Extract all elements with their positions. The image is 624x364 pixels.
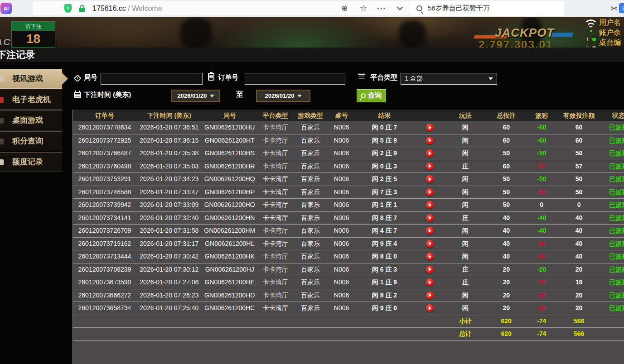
query-button[interactable]: 查询	[357, 89, 386, 102]
round-input[interactable]	[101, 73, 203, 85]
cell-platform: 卡卡湾厅	[257, 225, 294, 237]
table-row: 260120073708239 2026-01-20 07:30:12 GN00…	[73, 263, 624, 277]
cell-round-no: GN006261200HR	[202, 160, 257, 173]
table-row: 260120073746588 2026-01-20 07:33:47 GN00…	[73, 186, 624, 199]
sidebar-item-label: 视讯游戏	[12, 74, 43, 83]
date-caret-icon	[210, 95, 214, 97]
replay-icon[interactable]	[426, 124, 434, 131]
translate-extension-icon[interactable]: 文	[619, 3, 624, 13]
cell-game-type: 百家乐	[294, 302, 328, 315]
address-bar[interactable]: + 175616.cc / Welcome	[33, 1, 410, 15]
sidebar-item[interactable]: 额度记录	[0, 152, 62, 172]
replay-icon[interactable]	[426, 188, 434, 196]
sidebar-item-label: 电子老虎机	[12, 95, 51, 104]
replay-icon[interactable]	[426, 240, 434, 248]
bookmark-star-icon[interactable]: ☆	[356, 0, 371, 17]
col-header-play: 玩法	[446, 110, 484, 121]
total-row: 总计 620 -74 566	[73, 328, 624, 341]
cell-result: 闲 6 庄 3	[356, 263, 414, 276]
cell-table-no: N006	[328, 263, 356, 276]
sidebar-item[interactable]: 桌面游戏	[0, 110, 62, 130]
replay-icon[interactable]	[426, 137, 434, 144]
replay-icon[interactable]	[426, 227, 434, 235]
cell-payout: -20	[528, 263, 555, 276]
cell-total-bet: 60	[484, 134, 528, 147]
main-area: 视讯游戏 电子老虎机 桌面游戏 积分查询	[0, 62, 624, 364]
cell-game-type: 百家乐	[294, 250, 328, 263]
cell-payout: 0	[528, 199, 555, 211]
casino-video-header: ACE 请下注 18 JACKPOT 2,797,303.01 1 2 用户名 …	[0, 17, 624, 48]
cell-total-bet: 20	[484, 289, 528, 302]
cell-table-no: N006	[328, 276, 356, 289]
cell-replay	[413, 186, 446, 199]
stream-line-1[interactable]: 1	[586, 37, 596, 42]
cell-round-no: GN006261200HP	[202, 186, 257, 199]
replay-icon[interactable]	[426, 304, 434, 312]
cell-payout: -40	[528, 212, 555, 225]
cell-status: 已派彩	[603, 250, 624, 263]
cell-round-no: GN006261200HD	[202, 289, 257, 302]
cell-bet-time: 2026-01-20 07:31:17	[136, 238, 202, 250]
sidebar-item[interactable]: 电子老虎机	[0, 90, 62, 110]
replay-icon[interactable]	[426, 175, 434, 183]
replay-icon[interactable]	[426, 292, 434, 299]
lock-icon[interactable]	[79, 8, 85, 12]
cell-status: 已派彩	[603, 173, 624, 186]
col-header-platform: 平台类型	[257, 110, 294, 121]
cell-total-bet: 50	[484, 186, 528, 199]
sidebar-item-label: 桌面游戏	[12, 116, 43, 125]
cell-game-type: 百家乐	[294, 160, 328, 173]
sidebar-item[interactable]: 积分查询	[0, 131, 62, 151]
browser-search-input[interactable]	[427, 4, 554, 13]
cell-result: 闲 2 庄 9	[356, 147, 414, 160]
cell-bet-time: 2026-01-20 07:36:15	[136, 134, 202, 147]
cell-play-type: 闲	[446, 186, 484, 199]
replay-icon[interactable]	[426, 278, 434, 286]
replay-icon[interactable]	[426, 266, 434, 273]
cell-round-no: GN006261200HS	[202, 147, 257, 160]
col-header-result: 结果	[356, 110, 414, 121]
cell-play-type: 庄	[446, 276, 484, 289]
cell-payout: -60	[528, 121, 555, 134]
chevron-down-icon[interactable]	[392, 0, 407, 17]
table-header-row: 订单号 下注时间 (美东) 局号 平台类型 游戏类型 桌号 结果 玩法 总投注 …	[73, 110, 624, 121]
cell-round-no: GN006261200HJ	[202, 263, 257, 276]
cell-status: 已派彩	[603, 160, 624, 173]
cell-valid-bet: 50	[555, 186, 603, 199]
cell-bet-time: 2026-01-20 07:32:40	[136, 212, 202, 225]
date-from-picker[interactable]: 2026/01/20	[171, 90, 220, 102]
cell-round-no: GN006261200HU	[202, 121, 257, 134]
select-caret-icon	[489, 77, 493, 80]
url-text[interactable]: 175616.cc / Welcome	[92, 5, 162, 13]
order-input[interactable]	[245, 73, 345, 85]
cell-game-type: 百家乐	[294, 134, 328, 147]
date-caret-icon	[297, 95, 302, 97]
browser-search-box[interactable]	[410, 1, 564, 16]
balance-label: 账户余	[599, 28, 624, 38]
cell-result: 闲 1 庄 9	[356, 276, 414, 289]
replay-icon[interactable]	[426, 149, 434, 157]
ai-app-icon[interactable]: AI	[0, 3, 12, 14]
cell-result: 闲 1 庄 1	[356, 199, 414, 211]
more-options-icon[interactable]: ···	[374, 0, 389, 17]
cell-platform: 卡卡湾厅	[257, 186, 294, 199]
shield-plus-icon[interactable]: +	[64, 4, 72, 13]
cell-platform: 卡卡湾厅	[257, 147, 294, 160]
cell-order-no: 260120073746588	[73, 186, 136, 199]
sidebar-item[interactable]: 视讯游戏	[0, 69, 62, 89]
replay-icon[interactable]	[426, 163, 434, 170]
cell-table-no: N006	[328, 121, 356, 134]
cell-play-type: 闲	[446, 238, 484, 250]
cell-result: 闲 9 庄 0	[356, 302, 414, 315]
platform-select[interactable]: 1.全部	[401, 73, 497, 85]
cell-valid-bet: 50	[555, 173, 603, 186]
replay-icon[interactable]	[426, 253, 434, 260]
table-row: 260120073673590 2026-01-20 07:27:06 GN00…	[73, 276, 624, 289]
cell-platform: 卡卡湾厅	[257, 289, 294, 302]
cell-result: 闲 7 庄 3	[356, 186, 414, 199]
replay-icon[interactable]	[426, 214, 434, 222]
cell-replay	[413, 134, 446, 147]
replay-icon[interactable]	[426, 201, 434, 209]
locate-icon[interactable]: ⊕	[337, 0, 352, 17]
date-to-picker[interactable]: 2026/01/20	[256, 90, 310, 102]
